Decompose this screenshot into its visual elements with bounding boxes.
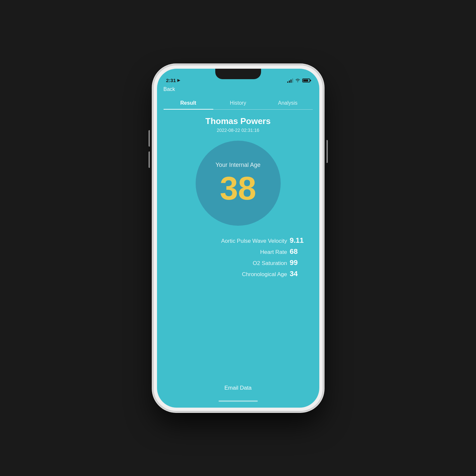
clock: 2:31 [166, 78, 176, 83]
metric-row-apwv: Aortic Pulse Wave Velocity 9.11 [170, 236, 306, 245]
phone-wrapper: 2:31 ▶ [153, 65, 323, 412]
user-name: Thomas Powers [205, 116, 271, 126]
home-indicator [219, 400, 258, 402]
volume-down-button [149, 151, 150, 168]
tab-result[interactable]: Result [164, 97, 213, 109]
phone-shell: 2:31 ▶ [153, 65, 323, 412]
internal-age-label: Your Internal Age [216, 162, 260, 168]
metric-label-chron-age: Chronological Age [242, 271, 287, 278]
power-button [326, 140, 328, 163]
metric-label-hr: Heart Rate [260, 249, 287, 256]
tab-history[interactable]: History [213, 97, 263, 109]
metric-row-hr: Heart Rate 68 [170, 247, 306, 256]
metric-value-chron-age: 34 [290, 270, 306, 278]
signal-icon [287, 79, 293, 83]
timestamp: 2022-08-22 02:31:16 [217, 128, 259, 133]
age-circle: Your Internal Age 38 [196, 141, 281, 226]
metrics-list: Aortic Pulse Wave Velocity 9.11 Heart Ra… [164, 236, 313, 278]
tab-bar: Result History Analysis [164, 97, 313, 110]
app-content: Back Result History Analysis Thomas Powe… [157, 85, 319, 278]
battery-icon [302, 79, 310, 82]
wifi-icon [295, 78, 300, 83]
volume-up-button [149, 130, 150, 147]
location-icon: ▶ [177, 78, 180, 82]
phone-screen: 2:31 ▶ [157, 69, 319, 408]
metric-label-o2: O2 Saturation [253, 260, 287, 267]
status-time: 2:31 ▶ [166, 78, 180, 83]
age-number: 38 [220, 172, 256, 204]
metric-label-apwv: Aortic Pulse Wave Velocity [221, 238, 287, 244]
tab-analysis[interactable]: Analysis [263, 97, 313, 109]
metric-value-o2: 99 [290, 258, 306, 267]
back-button[interactable]: Back [164, 85, 175, 94]
metric-row-o2: O2 Saturation 99 [170, 258, 306, 267]
metric-row-chron-age: Chronological Age 34 [170, 270, 306, 278]
metric-value-apwv: 9.11 [290, 236, 306, 245]
status-icons [287, 78, 310, 83]
metric-value-hr: 68 [290, 247, 306, 256]
email-data-button[interactable]: Email Data [224, 385, 252, 391]
notch [215, 69, 261, 79]
